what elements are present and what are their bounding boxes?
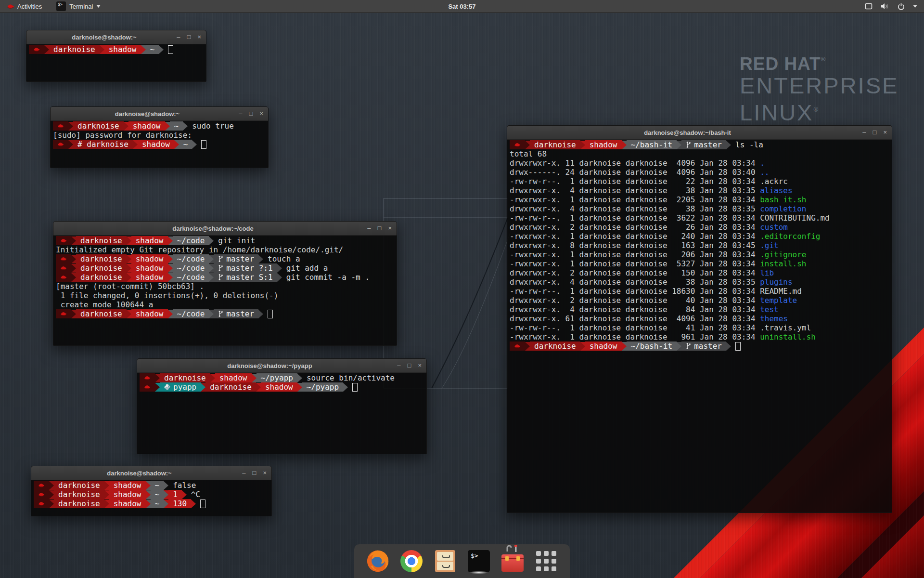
terminal-window-code[interactable]: darknoise@shadow:~/code – □ × darknoises… xyxy=(53,221,397,346)
clock[interactable]: Sat 03:57 xyxy=(0,3,924,10)
powerline-separator xyxy=(201,383,205,392)
ls-row: -rw-rw-r--. 1 darknoise darknoise 18630 … xyxy=(510,287,889,296)
powerline-separator xyxy=(622,342,627,351)
minimize-button[interactable]: – xyxy=(397,359,400,372)
dock-firefox[interactable] xyxy=(365,548,391,574)
caret-down-icon xyxy=(96,5,101,8)
terminal-window-sudo[interactable]: darknoise@shadow:~ – □ × darknoiseshadow… xyxy=(50,106,269,168)
ls-row-meta: drwxrwxr-x. 2 darknoise darknoise 26 Jan… xyxy=(510,223,760,232)
close-button[interactable]: × xyxy=(883,126,887,139)
prompt-segment-user: darknoise xyxy=(49,45,100,54)
dock-toolbox[interactable] xyxy=(500,548,526,574)
prompt-segment-hat xyxy=(140,382,155,392)
prompt-segment-host: shadow xyxy=(261,382,297,392)
dock-terminal[interactable]: $> xyxy=(466,548,492,574)
prompt-segment-hat xyxy=(510,342,525,351)
prompt-segment-hat xyxy=(56,236,71,245)
command-text: git commit -a -m . xyxy=(286,273,370,282)
ls-row-name: plugins xyxy=(760,277,792,287)
maximize-button[interactable]: □ xyxy=(378,222,382,235)
ls-row-name: .gitignore xyxy=(760,250,806,259)
ls-row: -rwxrwxr-x. 1 darknoise darknoise 240 Ja… xyxy=(510,232,889,241)
titlebar[interactable]: darknoise@shadow:~/bash-it – □ × xyxy=(507,126,892,140)
powerline-separator xyxy=(677,141,681,149)
terminal-window-home-small[interactable]: darknoise@shadow:~ – □ × darknoiseshadow… xyxy=(26,30,206,82)
titlebar[interactable]: darknoise@shadow:~ – □ × xyxy=(51,107,268,121)
prompt-line: darknoiseshadow~false xyxy=(34,481,269,490)
terminal-window-exitcodes[interactable]: darknoise@shadow:~ – □ × darknoiseshadow… xyxy=(31,466,272,516)
minimize-button[interactable]: – xyxy=(177,30,180,44)
maximize-button[interactable]: □ xyxy=(187,30,191,44)
prompt-segment-git: master xyxy=(214,254,258,263)
terminal-cursor xyxy=(200,499,205,508)
prompt-segment-path: ~ xyxy=(170,121,183,131)
dock-files[interactable] xyxy=(432,548,458,574)
ls-row-meta: drwxrwxr-x. 2 darknoise darknoise 150 Ja… xyxy=(510,268,760,277)
terminal-content[interactable]: darknoiseshadow~/pyappsource bin/activat… xyxy=(137,373,426,392)
dock-app-grid[interactable] xyxy=(533,548,559,574)
ls-row-meta: -rwxrwxr-x. 1 darknoise darknoise 961 Ja… xyxy=(510,332,760,342)
prompt-segment-path: ~/code xyxy=(173,263,209,273)
ls-row-meta: drwxrwxr-x. 4 darknoise darknoise 84 Jan… xyxy=(510,305,760,314)
terminal-content[interactable]: darknoiseshadow~ xyxy=(26,44,206,54)
command-text: false xyxy=(173,481,196,490)
dock-chrome[interactable] xyxy=(398,548,424,574)
maximize-button[interactable]: □ xyxy=(253,466,257,480)
powerline-separator xyxy=(525,342,530,351)
caret-down-icon[interactable] xyxy=(913,5,917,8)
terminal-window-bash-it[interactable]: darknoise@shadow:~/bash-it – □ × darknoi… xyxy=(507,125,892,513)
minimize-button[interactable]: – xyxy=(242,466,245,480)
prompt-segment-host: shadow xyxy=(104,45,141,54)
maximize-button[interactable]: □ xyxy=(249,107,253,120)
ls-row-name: custom xyxy=(760,223,788,232)
prompt-segment-user: darknoise xyxy=(76,309,127,318)
ls-row: drwxrwxr-x. 8 darknoise darknoise 163 Ja… xyxy=(510,241,889,250)
prompt-segment-path: ~/bash-it xyxy=(627,342,677,351)
titlebar[interactable]: darknoise@shadow:~ – □ × xyxy=(26,30,206,44)
command-text: git add a xyxy=(286,263,328,273)
ls-row-name: .git xyxy=(760,241,779,250)
close-button[interactable]: × xyxy=(259,107,263,120)
window-icon[interactable] xyxy=(865,3,873,10)
terminal-content[interactable]: darknoiseshadow~sudo true[sudo] password… xyxy=(51,121,268,149)
maximize-button[interactable]: □ xyxy=(873,126,877,139)
powerline-separator xyxy=(622,141,627,149)
power-icon[interactable] xyxy=(898,3,905,10)
terminal-content[interactable]: darknoiseshadow~falsedarknoiseshadow~1^C… xyxy=(31,480,271,509)
ls-row-meta: -rw-rw-r--. 1 darknoise darknoise 3622 J… xyxy=(510,213,760,223)
branch-icon xyxy=(218,264,223,272)
powerline-separator xyxy=(209,264,214,273)
powerline-separator xyxy=(183,122,188,131)
powerline-separator xyxy=(726,342,731,351)
terminal-cursor xyxy=(735,342,741,351)
prompt-segment-host: shadow xyxy=(585,342,622,351)
toolbox-latch xyxy=(505,556,509,561)
prompt-segment-host: shadow xyxy=(109,490,146,499)
terminal-output-line: [master (root-commit) 50bcb63] . xyxy=(56,282,394,291)
titlebar[interactable]: darknoise@shadow:~ – □ × xyxy=(31,466,271,480)
ls-row: -rwxrwxr-x. 1 darknoise darknoise 5327 J… xyxy=(510,259,889,268)
terminal-content[interactable]: darknoiseshadow~/codegit initInitialized… xyxy=(53,236,397,319)
close-button[interactable]: × xyxy=(197,30,201,44)
minimize-button[interactable]: – xyxy=(367,222,371,235)
maximize-button[interactable]: □ xyxy=(408,359,411,372)
close-button[interactable]: × xyxy=(418,359,422,372)
volume-icon[interactable] xyxy=(881,3,889,10)
focused-app-menu[interactable]: $> Terminal xyxy=(54,0,103,13)
prompt-segment-host: shadow xyxy=(109,499,146,508)
powerline-separator xyxy=(210,374,215,382)
minimize-button[interactable]: – xyxy=(239,107,242,120)
close-button[interactable]: × xyxy=(263,466,267,480)
firefox-icon xyxy=(366,550,389,573)
minimize-button[interactable]: – xyxy=(862,126,866,139)
logo-redhat-line: RED HAT® xyxy=(740,50,898,74)
window-title: darknoise@shadow:~ xyxy=(46,34,163,41)
terminal-cursor xyxy=(201,140,206,149)
close-button[interactable]: × xyxy=(388,222,392,235)
terminal-window-pyapp[interactable]: darknoise@shadow:~/pyapp – □ × darknoise… xyxy=(137,358,427,454)
activities-button[interactable]: Activities xyxy=(4,0,45,13)
terminal-content[interactable]: darknoiseshadow~/bash-itmasterls -latota… xyxy=(507,140,892,351)
ls-row-name: README.md xyxy=(760,287,802,296)
titlebar[interactable]: darknoise@shadow:~/code – □ × xyxy=(53,222,397,236)
titlebar[interactable]: darknoise@shadow:~/pyapp – □ × xyxy=(137,359,426,373)
